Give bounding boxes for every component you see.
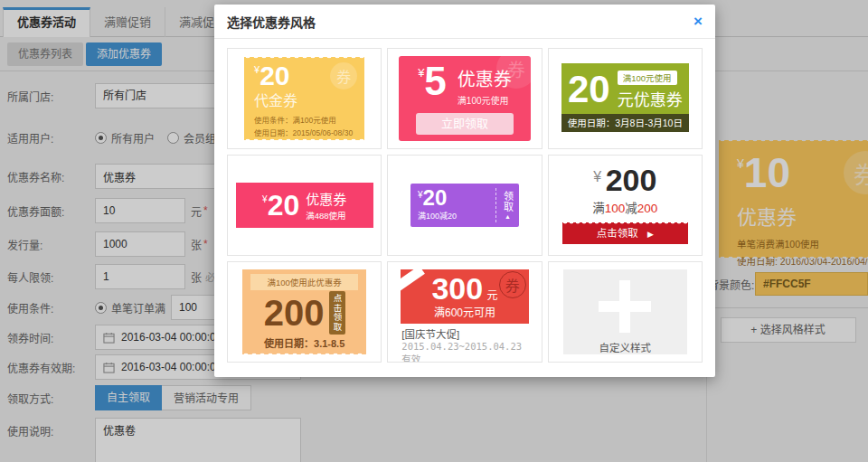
validity-range: 2015.04.23~2015.04.23有效 — [401, 341, 527, 363]
coupon-title: 代金券 — [254, 89, 354, 110]
coupon-date-bar: 使用日期：3月8日-3月10日 — [561, 114, 689, 132]
coupon-style-200[interactable]: ¥ 200 满100减200 点击领取 ▶ — [548, 155, 703, 256]
condition-text: 满 — [592, 202, 605, 215]
triangle-up-icon: ▲ — [505, 213, 511, 220]
condition-number: 100 — [605, 202, 626, 215]
triangle-right-icon: ▶ — [647, 230, 654, 239]
coupon-style-grid: 券 ¥ 20 代金券 使用条件：满100元使用 使用日期：2015/05/06-… — [214, 39, 715, 372]
stamp-glyph: 券 — [507, 56, 525, 82]
condition-text: 减 — [625, 202, 637, 215]
coupon-stamp-icon: 券 — [496, 49, 536, 89]
coupon-style-modal: 选择优惠券风格 × 券 ¥ 20 代金券 使用条件：满100元使用 使用日期：2… — [214, 5, 715, 377]
stamp-glyph: 券 — [336, 65, 351, 87]
close-icon[interactable]: × — [693, 14, 703, 29]
condition-number: 200 — [637, 202, 658, 215]
perforation-edge — [244, 56, 364, 62]
title-group: 优惠券 满488使用 — [306, 189, 346, 222]
amount-value: 20 — [568, 72, 610, 107]
claim-label: 领取 — [500, 191, 514, 212]
coupon-date: 使用日期：3.1-8.5 — [250, 335, 358, 350]
promo-name: [国庆节大促] — [401, 326, 527, 341]
scallop-edge — [562, 222, 688, 225]
claim-now-button[interactable]: 立即领取 — [416, 113, 514, 135]
amount-value: 5 — [424, 62, 446, 100]
amount-value: 300 — [431, 271, 483, 306]
currency-symbol: ¥ — [593, 169, 601, 184]
amount-row: 20 满100元使用 元优惠券 — [561, 63, 689, 110]
amount-row: 200 点击领取 — [250, 291, 358, 335]
coupon-art: ¥ 200 满100减200 点击领取 ▶ — [549, 156, 702, 255]
coupon-band: ¥ 20 优惠券 满488使用 — [236, 183, 373, 228]
amount-value: 20 — [259, 63, 289, 88]
coupon-style-custom[interactable]: 自定义样式 — [548, 261, 703, 363]
coupon-style-red-300[interactable]: 券 300 元 满600元可用 [国庆节大促] 2015.04.23~2015.… — [387, 261, 542, 363]
coupon-art: 满100使用此优惠券 200 点击领取 使用日期：3.1-8.5 — [242, 269, 366, 354]
amount-value: 200 — [606, 163, 657, 197]
coupon-style-rose-band[interactable]: ¥ 20 优惠券 满488使用 — [227, 155, 382, 256]
amount-value: 20 — [423, 188, 448, 209]
coupon-title: 优惠券 — [306, 189, 346, 208]
coupon-admin-page: 优惠券活动 满赠促销 满减促销 抢购 优惠券列表 添加优惠券 所属门店: 所有门… — [0, 0, 868, 462]
coupon-condition: 满100元使用 — [458, 93, 512, 107]
perforation-edge — [242, 349, 366, 355]
title-group: 满100元使用 元优惠券 — [618, 69, 683, 110]
coupon-art: 券 ¥ 20 代金券 使用条件：满100元使用 使用日期：2015/05/06-… — [244, 57, 364, 140]
coupon-art: 券 300 元 满600元可用 [国庆节大促] 2015.04.23~2015.… — [401, 269, 528, 354]
coupon-condition: 使用条件：满100元使用 — [254, 114, 354, 125]
amount-row: ¥ 20 — [418, 188, 495, 209]
modal-title: 选择优惠券风格 — [227, 13, 316, 31]
coupon-art: 自定义样式 — [563, 269, 687, 354]
custom-style-label: 自定义样式 — [599, 340, 652, 354]
plus-icon — [599, 280, 651, 333]
coupon-style-orange[interactable]: 满100使用此优惠券 200 点击领取 使用日期：3.1-8.5 — [227, 261, 382, 363]
perforation-edge — [244, 135, 364, 141]
amount-group: ¥ 20 — [262, 193, 299, 219]
coupon-style-pink[interactable]: 券 ¥ 5 优惠券 满100元使用 立即领取 — [387, 48, 542, 149]
amount-row: ¥ 200 — [549, 165, 702, 195]
coupon-condition: 满488使用 — [306, 209, 346, 222]
coupon-style-yellow-stamp[interactable]: 券 ¥ 20 代金券 使用条件：满100元使用 使用日期：2015/05/06-… — [227, 48, 382, 149]
claim-label: 点击领取 — [597, 228, 638, 239]
claim-tab: 领取 ▲ — [496, 184, 519, 227]
amount-value: 20 — [268, 193, 300, 219]
coupon-art: ¥ 20 满100减20 领取 ▲ — [388, 156, 541, 255]
amount-value: 200 — [264, 296, 325, 330]
claim-vertical-button[interactable]: 点击领取 — [329, 291, 345, 335]
amount-group: ¥ 5 — [418, 62, 447, 100]
currency-symbol: ¥ — [418, 66, 424, 100]
condition-badge: 满100元使用 — [618, 71, 677, 85]
coupon-condition: 满100减20 — [418, 210, 495, 222]
coupon-art: 20 满100元使用 元优惠券 使用日期：3月8日-3月10日 — [561, 63, 689, 132]
stamp-glyph: 券 — [505, 274, 520, 296]
coupon-stamp-icon: 券 — [499, 271, 526, 298]
amount-unit: 元 — [487, 289, 498, 302]
modal-header: 选择优惠券风格 × — [214, 5, 715, 39]
amount-group: ¥ 20 满100减20 — [410, 184, 495, 227]
coupon-red-block: 券 300 元 满600元可用 — [401, 269, 528, 324]
coupon-note-block: [国庆节大促] 2015.04.23~2015.04.23有效 — [401, 324, 528, 363]
claim-button[interactable]: 点击领取 ▶ — [562, 222, 688, 244]
coupon-band: ¥ 20 满100减20 领取 ▲ — [410, 184, 519, 227]
coupon-art: ¥ 20 优惠券 满488使用 — [228, 156, 381, 255]
coupon-title: 元优惠券 — [618, 87, 683, 110]
coupon-condition: 满100减200 — [549, 198, 702, 216]
coupon-condition: 满600元可用 — [401, 304, 528, 319]
coupon-art: 券 ¥ 5 优惠券 满100元使用 立即领取 — [399, 56, 530, 141]
coupon-style-purple[interactable]: ¥ 20 满100减20 领取 ▲ — [387, 155, 542, 256]
coupon-header: 满100使用此优惠券 — [250, 274, 358, 290]
coupon-style-olive[interactable]: 20 满100元使用 元优惠券 使用日期：3月8日-3月10日 — [548, 48, 703, 149]
